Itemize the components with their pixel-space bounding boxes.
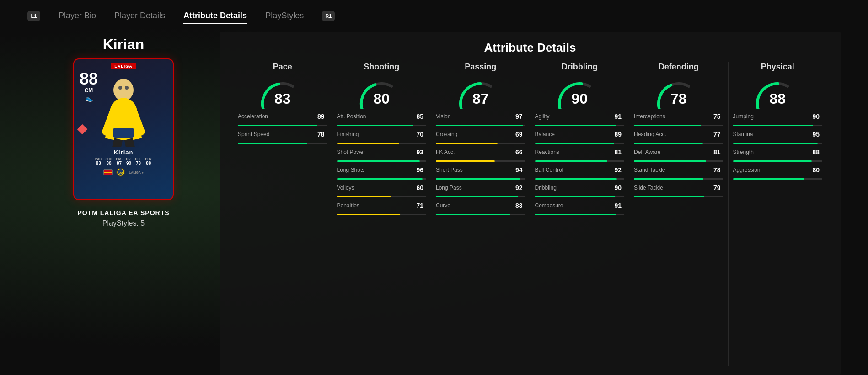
card-stat-pas: PAS 87: [116, 158, 123, 166]
sub-stat-bar-container: [733, 160, 823, 162]
sub-stat-bar-container: [535, 178, 625, 180]
svg-text:UD: UD: [119, 171, 123, 174]
card-stat-dri: DRI 90: [126, 158, 131, 166]
sub-stat-row: Interceptions75: [634, 113, 723, 120]
app-container: L1 Player Bio Player Details Attribute D…: [0, 0, 868, 375]
sub-stat-row: Att. Position85: [337, 113, 427, 120]
sub-stat-passing-3: Short Pass94: [436, 166, 525, 180]
sub-stat-bar: [436, 160, 495, 162]
sub-stat-name: Def. Aware: [634, 149, 707, 155]
sub-stat-shooting-0: Att. Position85: [337, 113, 427, 126]
tab-attribute-details[interactable]: Attribute Details: [183, 9, 247, 22]
sub-stat-bar: [436, 178, 520, 180]
attr-column-defending: Defending 78Interceptions75Heading Acc.7…: [629, 62, 729, 366]
sub-stat-bar: [436, 143, 498, 144]
sub-stat-value: 80: [809, 166, 820, 174]
sub-stat-bar-container: [535, 214, 625, 215]
stat-value-sho: 80: [106, 161, 111, 166]
sub-stat-bar: [733, 143, 818, 144]
sub-stat-value: 93: [413, 148, 423, 156]
sub-stat-value: 96: [413, 166, 423, 174]
sub-stat-row: Balance89: [535, 131, 625, 138]
sub-stat-row: Crossing69: [436, 131, 525, 138]
sub-stat-name: Heading Acc.: [634, 131, 707, 137]
sub-stat-name: Reactions: [535, 149, 608, 155]
sub-stat-value: 91: [611, 113, 622, 120]
sub-stat-bar-container: [238, 143, 327, 144]
sub-stat-bar-container: [436, 196, 525, 197]
club-badge-icon: UD: [116, 168, 125, 177]
l1-button[interactable]: L1: [27, 11, 40, 21]
gauge-value-physical: 88: [769, 90, 786, 107]
sub-stat-name: Sprint Speed: [238, 131, 311, 137]
sub-stat-row: Acceleration89: [238, 113, 327, 120]
card-league-badge: LALIGA: [111, 63, 136, 69]
sub-stat-row: Composure91: [535, 202, 625, 209]
sub-stat-row: Curve83: [436, 202, 525, 209]
sub-stat-name: Shot Power: [337, 149, 410, 155]
sub-stat-bar: [634, 125, 701, 126]
sub-stat-bar-container: [733, 143, 823, 144]
player-name-heading: Kirian: [103, 36, 145, 53]
sub-stat-value: 90: [611, 184, 622, 191]
sub-stat-name: Balance: [535, 131, 608, 137]
sub-stat-passing-1: Crossing69: [436, 131, 525, 144]
sub-stat-bar-container: [337, 196, 427, 197]
sub-stat-bar-container: [634, 160, 723, 162]
card-stat-phy: PHY 88: [145, 158, 151, 166]
playstyles-label: PlayStyles: 5: [102, 219, 145, 227]
tab-player-details[interactable]: Player Details: [114, 9, 165, 22]
sub-stat-value: 60: [413, 184, 423, 191]
tab-player-bio[interactable]: Player Bio: [59, 9, 96, 22]
sub-stat-name: Volleys: [337, 185, 410, 191]
gauge-pace: 83: [257, 77, 308, 109]
spain-flag-icon: [103, 169, 113, 175]
sub-stat-dribbling-5: Composure91: [535, 202, 625, 215]
attr-column-passing: Passing 87Vision97Crossing69FK Acc.66Sho…: [431, 62, 530, 366]
attr-column-pace: Pace 83Acceleration89Sprint Speed78: [233, 62, 332, 366]
sub-stat-name: Jumping: [733, 113, 806, 120]
sub-stat-shooting-1: Finishing70: [337, 131, 427, 144]
attr-col-title-passing: Passing: [465, 62, 496, 72]
sub-stat-name: Acceleration: [238, 113, 311, 120]
sub-stat-bar: [337, 160, 420, 162]
sub-stat-row: Volleys60: [337, 184, 427, 191]
sub-stat-value: 94: [512, 166, 523, 174]
sub-stat-value: 66: [512, 148, 523, 156]
sub-stat-bar: [634, 196, 704, 197]
sub-stat-bar: [436, 214, 510, 215]
sub-stat-row: Reactions81: [535, 148, 625, 156]
sub-stat-bar: [337, 125, 413, 126]
sub-stat-row: Dribbling90: [535, 184, 625, 191]
attr-col-title-physical: Physical: [761, 62, 794, 72]
sub-stat-row: Agility91: [535, 113, 625, 120]
sub-stat-bar-container: [337, 125, 427, 126]
sub-stat-bar-container: [238, 125, 327, 126]
sub-stat-bar: [535, 160, 607, 162]
tab-playstyles[interactable]: PlayStyles: [265, 9, 304, 22]
sub-stat-bar-container: [436, 178, 525, 180]
card-player-name: Kirian: [114, 149, 134, 156]
sub-stat-bar-container: [436, 160, 525, 162]
sub-stat-name: FK Acc.: [436, 149, 509, 155]
attribute-details-panel: Attribute Details Pace 83Acceleration89S…: [220, 32, 841, 375]
r1-button[interactable]: R1: [322, 11, 335, 21]
sub-stat-defending-0: Interceptions75: [634, 113, 723, 126]
sub-stat-name: Short Pass: [436, 167, 509, 173]
sub-stat-bar-container: [733, 178, 823, 180]
sub-stat-row: Strength88: [733, 148, 823, 156]
sub-stat-dribbling-1: Balance89: [535, 131, 625, 144]
sub-stat-name: Stand Tackle: [634, 167, 707, 173]
sub-stat-bar-container: [337, 160, 427, 162]
attr-column-dribbling: Dribbling 90Agility91Balance89Reactions8…: [530, 62, 630, 366]
stat-value-pac: 83: [96, 161, 101, 166]
sub-stat-value: 89: [611, 131, 622, 138]
sub-stat-row: Heading Acc.77: [634, 131, 723, 138]
sub-stat-row: Finishing70: [337, 131, 427, 138]
sub-stat-bar: [535, 196, 616, 197]
card-bottom-icons: UD LALIGA ●: [103, 168, 144, 177]
sub-stat-value: 85: [413, 113, 423, 120]
sub-stat-bar-container: [634, 178, 723, 180]
sub-stat-shooting-5: Penalties71: [337, 202, 427, 215]
gauge-defending: 78: [654, 77, 704, 109]
